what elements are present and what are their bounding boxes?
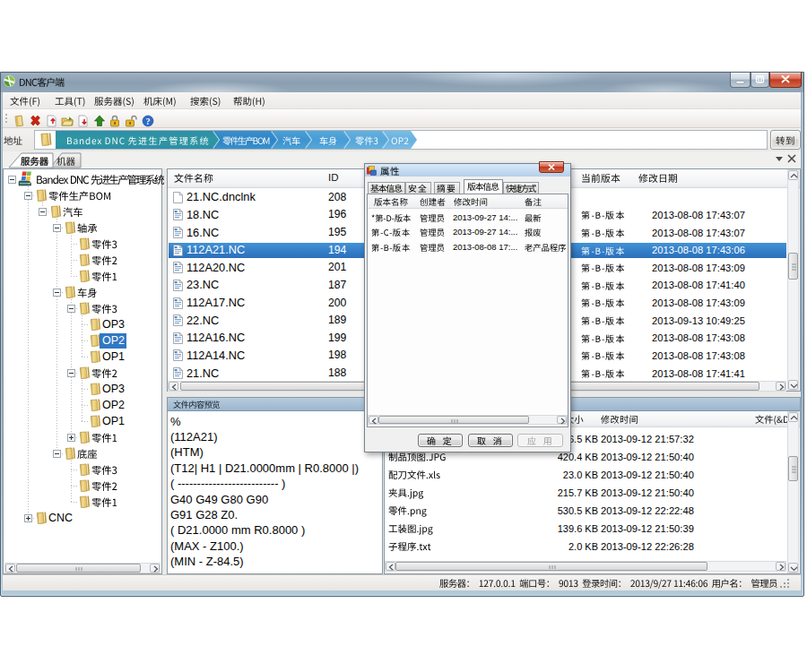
svg-text:?: ? [146, 116, 151, 126]
